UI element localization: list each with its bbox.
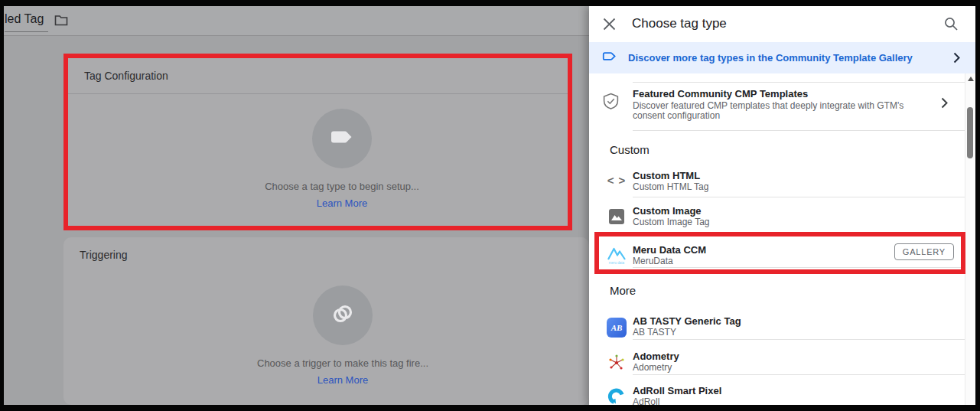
triggering-title: Triggering: [80, 249, 128, 261]
featured-description: Discover featured CMP templates that dee…: [633, 101, 935, 121]
adroll-logo: [601, 386, 632, 405]
tag-setup-hint: Choose a tag type to begin setup... Lear…: [93, 181, 591, 210]
close-icon[interactable]: [603, 18, 616, 34]
svg-text:meru data: meru data: [609, 261, 625, 265]
divider: [633, 130, 966, 131]
list-item-meru-data-ccm[interactable]: meru data Meru Data CCM MeruData GALLERY: [589, 238, 965, 273]
trigger-learn-more-link[interactable]: Learn More: [317, 374, 368, 386]
scrollbar-thumb[interactable]: [967, 107, 973, 158]
panel-title: Choose tag type: [632, 16, 727, 31]
triggering-card: Triggering Choose a trigger to make this…: [63, 237, 589, 405]
scroll-up-arrow-icon[interactable]: [968, 77, 974, 81]
divider: [633, 267, 961, 268]
item-subtitle: Adometry: [633, 362, 672, 373]
banner-text: Discover more tag types in the Community…: [628, 52, 913, 64]
divider: [633, 82, 966, 83]
community-gallery-banner[interactable]: Discover more tag types in the Community…: [589, 42, 975, 73]
highlight-box-tag-configuration: Tag Configuration Choose a tag type to b…: [63, 54, 572, 230]
item-subtitle: AB TASTY: [633, 327, 676, 338]
meru-data-logo: meru data: [601, 245, 632, 266]
folder-icon[interactable]: [54, 15, 68, 29]
divider: [633, 374, 965, 375]
shield-check-icon: [602, 93, 620, 113]
tag-learn-more-link[interactable]: Learn More: [317, 197, 367, 209]
item-subtitle: Custom Image Tag: [633, 217, 710, 227]
list-item-custom-html[interactable]: < > Custom HTML Custom HTML Tag: [589, 164, 965, 199]
featured-title: Featured Community CMP Templates: [633, 88, 808, 99]
section-label-custom: Custom: [610, 143, 650, 156]
divider: [633, 339, 965, 340]
chevron-right-icon: [941, 97, 948, 112]
trigger-icon: [329, 300, 357, 331]
item-subtitle: Custom HTML Tag: [633, 181, 708, 192]
trigger-setup-hint: Choose a trigger to make this tag fire..…: [93, 357, 592, 387]
section-label-more: More: [610, 284, 636, 297]
item-title: Custom HTML: [633, 170, 700, 181]
tag-configuration-title: Tag Configuration: [84, 70, 168, 82]
chevron-right-icon: [953, 52, 960, 67]
trigger-placeholder-text: Choose a trigger to make this tag fire..…: [93, 357, 592, 369]
tag-outline-icon: [602, 48, 618, 67]
item-title: Meru Data CCM: [633, 244, 706, 256]
item-title: AdRoll Smart Pixel: [633, 385, 721, 396]
tag-icon: [328, 123, 356, 154]
tag-placeholder-text: Choose a tag type to begin setup...: [93, 181, 591, 192]
panel-scrollbar[interactable]: [965, 73, 975, 405]
item-title: Adometry: [633, 351, 679, 362]
image-icon: [601, 206, 632, 225]
search-icon[interactable]: [944, 17, 959, 34]
item-title: Custom Image: [633, 205, 702, 217]
tag-editor-header: led Tag: [4, 6, 589, 36]
item-title: AB TASTY Generic Tag: [633, 315, 741, 327]
code-icon: < >: [601, 171, 632, 187]
list-item-adroll[interactable]: AdRoll Smart Pixel AdRoll: [589, 379, 965, 405]
gallery-badge: GALLERY: [894, 243, 954, 260]
list-item-custom-image[interactable]: Custom Image Custom Image Tag: [589, 199, 965, 234]
tag-name-field[interactable]: led Tag: [5, 12, 48, 32]
tag-setup-target[interactable]: [312, 109, 372, 168]
divider: [633, 197, 965, 197]
item-subtitle: AdRoll: [633, 396, 659, 405]
ab-tasty-logo: AB: [601, 316, 632, 338]
trigger-setup-target[interactable]: [313, 285, 373, 345]
screenshot-frame: led Tag Tag Configuration Choose a tag t…: [0, 0, 980, 411]
adometry-logo: [601, 351, 632, 371]
item-subtitle: MeruData: [633, 256, 673, 266]
choose-tag-type-panel: Choose tag type Discover more tag types …: [589, 6, 975, 405]
tag-configuration-header: Tag Configuration: [68, 58, 568, 94]
app-window: led Tag Tag Configuration Choose a tag t…: [4, 6, 975, 405]
